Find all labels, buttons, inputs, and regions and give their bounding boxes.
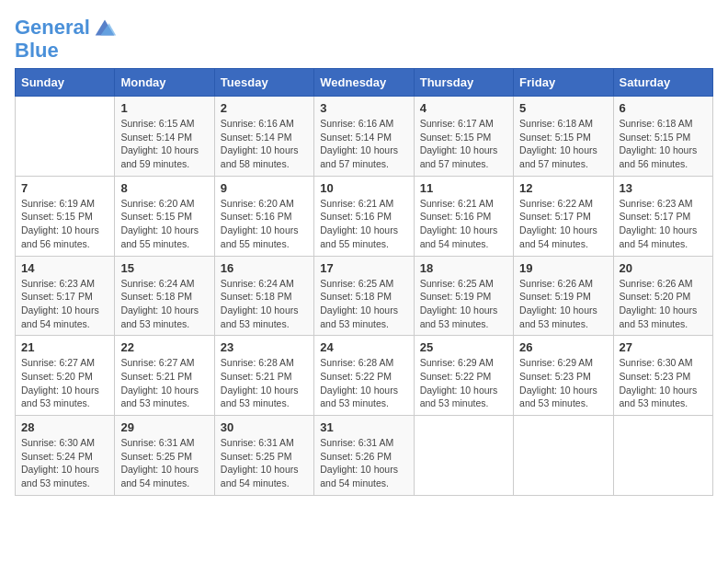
day-info: Sunrise: 6:21 AMSunset: 5:16 PMDaylight:… [320,197,407,251]
calendar-cell: 14Sunrise: 6:23 AMSunset: 5:17 PMDayligh… [16,256,115,336]
day-info: Sunrise: 6:25 AMSunset: 5:18 PMDaylight:… [320,277,407,331]
day-info: Sunrise: 6:26 AMSunset: 5:20 PMDaylight:… [620,277,707,331]
day-number: 5 [519,101,607,115]
day-number: 6 [620,101,707,115]
day-number: 29 [120,420,208,434]
day-info: Sunrise: 6:31 AMSunset: 5:26 PMDaylight:… [320,436,407,490]
day-info: Sunrise: 6:24 AMSunset: 5:18 PMDaylight:… [221,277,308,331]
calendar-cell: 20Sunrise: 6:26 AMSunset: 5:20 PMDayligh… [613,256,712,336]
logo-blue: Blue [15,40,118,61]
calendar-week-1: 1Sunrise: 6:15 AMSunset: 5:14 PMDaylight… [16,97,713,177]
calendar-cell: 18Sunrise: 6:25 AMSunset: 5:19 PMDayligh… [414,256,513,336]
day-header-thursday: Thursday [414,69,513,97]
day-info: Sunrise: 6:18 AMSunset: 5:15 PMDaylight:… [519,117,607,171]
calendar-cell: 2Sunrise: 6:16 AMSunset: 5:14 PMDaylight… [214,97,313,177]
day-number: 16 [221,261,308,275]
calendar-cell: 23Sunrise: 6:28 AMSunset: 5:21 PMDayligh… [214,336,313,416]
day-info: Sunrise: 6:16 AMSunset: 5:14 PMDaylight:… [320,117,407,171]
calendar-cell: 15Sunrise: 6:24 AMSunset: 5:18 PMDayligh… [115,256,214,336]
day-number: 7 [21,181,108,195]
day-info: Sunrise: 6:24 AMSunset: 5:18 PMDaylight:… [120,277,208,331]
day-number: 2 [221,101,308,115]
day-number: 17 [320,261,407,275]
day-info: Sunrise: 6:27 AMSunset: 5:20 PMDaylight:… [21,356,108,410]
day-info: Sunrise: 6:23 AMSunset: 5:17 PMDaylight:… [620,197,707,251]
calendar-cell: 30Sunrise: 6:31 AMSunset: 5:25 PMDayligh… [214,416,313,496]
calendar-cell: 6Sunrise: 6:18 AMSunset: 5:15 PMDaylight… [613,97,712,177]
calendar-week-4: 21Sunrise: 6:27 AMSunset: 5:20 PMDayligh… [16,336,713,416]
calendar-cell: 25Sunrise: 6:29 AMSunset: 5:22 PMDayligh… [414,336,513,416]
day-number: 9 [221,181,308,195]
calendar-cell: 13Sunrise: 6:23 AMSunset: 5:17 PMDayligh… [613,176,712,256]
day-info: Sunrise: 6:21 AMSunset: 5:16 PMDaylight:… [420,197,507,251]
calendar-cell [16,97,115,177]
calendar-cell: 21Sunrise: 6:27 AMSunset: 5:20 PMDayligh… [16,336,115,416]
day-info: Sunrise: 6:23 AMSunset: 5:17 PMDaylight:… [21,277,108,331]
day-number: 23 [221,340,308,354]
calendar-cell: 7Sunrise: 6:19 AMSunset: 5:15 PMDaylight… [16,176,115,256]
calendar-week-5: 28Sunrise: 6:30 AMSunset: 5:24 PMDayligh… [16,416,713,496]
calendar-cell: 12Sunrise: 6:22 AMSunset: 5:17 PMDayligh… [514,176,613,256]
calendar-cell: 11Sunrise: 6:21 AMSunset: 5:16 PMDayligh… [414,176,513,256]
calendar-cell: 5Sunrise: 6:18 AMSunset: 5:15 PMDaylight… [514,97,613,177]
day-info: Sunrise: 6:31 AMSunset: 5:25 PMDaylight:… [221,436,308,490]
day-header-friday: Friday [514,69,613,97]
day-number: 14 [21,261,108,275]
day-number: 20 [620,261,707,275]
day-info: Sunrise: 6:28 AMSunset: 5:21 PMDaylight:… [221,356,308,410]
day-number: 3 [320,101,407,115]
day-number: 28 [21,420,108,434]
logo-icon [92,15,118,40]
day-info: Sunrise: 6:27 AMSunset: 5:21 PMDaylight:… [120,356,208,410]
calendar-cell: 22Sunrise: 6:27 AMSunset: 5:21 PMDayligh… [115,336,214,416]
calendar-cell [514,416,613,496]
day-number: 24 [320,340,407,354]
day-info: Sunrise: 6:25 AMSunset: 5:19 PMDaylight:… [420,277,507,331]
calendar-cell [613,416,712,496]
page-header: General Blue [15,15,713,61]
day-number: 10 [320,181,407,195]
day-info: Sunrise: 6:30 AMSunset: 5:23 PMDaylight:… [620,356,707,410]
day-number: 12 [519,181,607,195]
day-info: Sunrise: 6:16 AMSunset: 5:14 PMDaylight:… [221,117,308,171]
day-number: 31 [320,420,407,434]
day-info: Sunrise: 6:30 AMSunset: 5:24 PMDaylight:… [21,436,108,490]
calendar-cell: 24Sunrise: 6:28 AMSunset: 5:22 PMDayligh… [314,336,414,416]
day-info: Sunrise: 6:15 AMSunset: 5:14 PMDaylight:… [120,117,208,171]
day-info: Sunrise: 6:20 AMSunset: 5:15 PMDaylight:… [120,197,208,251]
calendar-cell: 27Sunrise: 6:30 AMSunset: 5:23 PMDayligh… [613,336,712,416]
calendar-cell: 29Sunrise: 6:31 AMSunset: 5:25 PMDayligh… [115,416,214,496]
day-header-monday: Monday [115,69,214,97]
day-info: Sunrise: 6:20 AMSunset: 5:16 PMDaylight:… [221,197,308,251]
day-info: Sunrise: 6:18 AMSunset: 5:15 PMDaylight:… [620,117,707,171]
calendar-cell: 26Sunrise: 6:29 AMSunset: 5:23 PMDayligh… [514,336,613,416]
day-number: 21 [21,340,108,354]
day-number: 25 [420,340,507,354]
calendar-week-2: 7Sunrise: 6:19 AMSunset: 5:15 PMDaylight… [16,176,713,256]
calendar-cell: 16Sunrise: 6:24 AMSunset: 5:18 PMDayligh… [214,256,313,336]
day-number: 15 [120,261,208,275]
logo: General Blue [15,15,118,61]
day-info: Sunrise: 6:31 AMSunset: 5:25 PMDaylight:… [120,436,208,490]
day-number: 18 [420,261,507,275]
day-number: 22 [120,340,208,354]
day-number: 13 [620,181,707,195]
calendar-table: SundayMondayTuesdayWednesdayThursdayFrid… [15,68,713,496]
calendar-cell: 9Sunrise: 6:20 AMSunset: 5:16 PMDaylight… [214,176,313,256]
day-number: 19 [519,261,607,275]
day-number: 8 [120,181,208,195]
day-header-tuesday: Tuesday [214,69,313,97]
calendar-cell: 10Sunrise: 6:21 AMSunset: 5:16 PMDayligh… [314,176,414,256]
calendar-cell: 4Sunrise: 6:17 AMSunset: 5:15 PMDaylight… [414,97,513,177]
day-info: Sunrise: 6:29 AMSunset: 5:22 PMDaylight:… [420,356,507,410]
calendar-cell: 31Sunrise: 6:31 AMSunset: 5:26 PMDayligh… [314,416,414,496]
day-number: 1 [120,101,208,115]
day-number: 11 [420,181,507,195]
day-info: Sunrise: 6:28 AMSunset: 5:22 PMDaylight:… [320,356,407,410]
day-info: Sunrise: 6:19 AMSunset: 5:15 PMDaylight:… [21,197,108,251]
calendar-cell: 1Sunrise: 6:15 AMSunset: 5:14 PMDaylight… [115,97,214,177]
logo-text: General [15,17,90,39]
calendar-cell: 28Sunrise: 6:30 AMSunset: 5:24 PMDayligh… [16,416,115,496]
day-info: Sunrise: 6:17 AMSunset: 5:15 PMDaylight:… [420,117,507,171]
day-info: Sunrise: 6:22 AMSunset: 5:17 PMDaylight:… [519,197,607,251]
